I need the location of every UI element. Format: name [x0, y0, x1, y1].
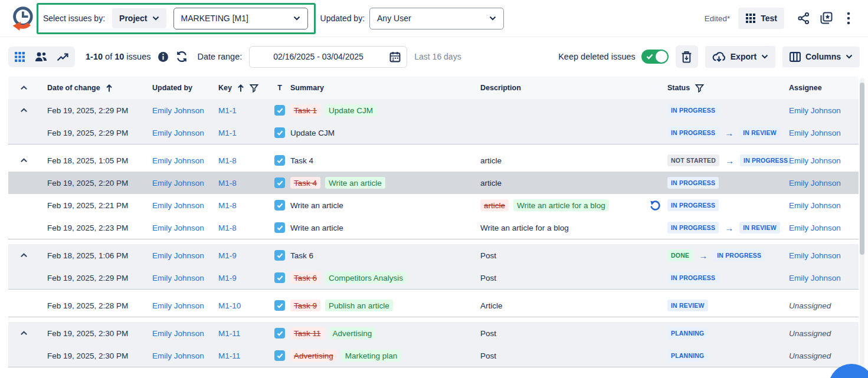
assignee-link[interactable]: Emily Johnson [789, 106, 841, 115]
issue-key-link[interactable]: M1-11 [218, 351, 240, 360]
table-row[interactable]: Feb 19, 2025, 2:29 PM Emily Johnson M1-1… [8, 99, 859, 121]
assignee-link[interactable]: Emily Johnson [789, 156, 841, 165]
issue-key-link[interactable]: M1-8 [218, 223, 237, 232]
scrollbar-thumb[interactable] [860, 83, 864, 255]
check-icon [646, 54, 653, 60]
collapse-all-icon[interactable] [20, 86, 28, 90]
date-range-hint: Last 16 days [414, 52, 461, 61]
table-row[interactable]: Feb 19, 2025, 2:23 PM Emily Johnson M1-8… [8, 216, 859, 239]
columns-button[interactable]: Columns [782, 47, 860, 67]
assignee-link[interactable]: Emily Johnson [789, 274, 841, 282]
table-row-selected[interactable]: Feb 19, 2025, 2:20 PM Emily Johnson M1-8… [8, 172, 859, 194]
task-type-icon [274, 272, 285, 283]
task-type-icon [274, 300, 285, 311]
assignee-link[interactable]: Emily Johnson [789, 129, 841, 137]
updated-by-link[interactable]: Emily Johnson [152, 179, 204, 188]
assignee-link[interactable]: Emily Johnson [789, 179, 841, 188]
saved-reports-button[interactable] [815, 7, 837, 29]
toggle-knob [656, 51, 667, 63]
task-type-icon [274, 127, 285, 138]
refresh-button[interactable] [176, 51, 188, 63]
issue-key-link[interactable]: M1-1 [218, 129, 237, 137]
issue-group-m1-9: Feb 18, 2025, 1:06 PM Emily Johnson M1-9… [8, 244, 859, 290]
assignee-link[interactable]: Emily Johnson [789, 201, 841, 210]
filter-funnel-icon[interactable] [695, 84, 704, 93]
issue-key-link[interactable]: M1-11 [218, 329, 240, 338]
row-expander-icon[interactable] [20, 158, 28, 163]
updated-by-select[interactable]: Any User [369, 8, 504, 29]
keep-deleted-toggle[interactable] [641, 50, 669, 64]
row-expander-icon[interactable] [20, 253, 28, 258]
old-value-chip: Advertising [290, 350, 337, 361]
share-button[interactable] [792, 7, 815, 29]
table-row[interactable]: Feb 19, 2025, 2:30 PM Emily Johnson M1-1… [8, 344, 859, 367]
header-date-of-change[interactable]: Date of change [39, 84, 152, 93]
new-value-chip: Update CJM [325, 104, 376, 116]
row-expander-icon[interactable] [20, 331, 28, 336]
top-bar: Select issues by: Project MARKETING [M1]… [0, 0, 868, 37]
updated-by-link[interactable]: Emily Johnson [152, 351, 204, 360]
table-row[interactable]: Feb 18, 2025, 1:06 PM Emily Johnson M1-9… [8, 244, 859, 267]
assignee-unassigned: Unassigned [789, 351, 831, 360]
row-expander-icon[interactable] [20, 108, 28, 113]
table-view-button[interactable] [14, 51, 25, 63]
chart-view-button[interactable] [57, 52, 69, 62]
report-name-button[interactable]: Test [738, 8, 784, 29]
updated-by-link[interactable]: Emily Johnson [152, 106, 204, 115]
new-value-chip: Publish an article [325, 300, 393, 311]
issue-key-link[interactable]: M1-1 [218, 106, 237, 115]
updated-by-link[interactable]: Emily Johnson [152, 201, 204, 210]
header-key[interactable]: Key [218, 84, 269, 93]
chevron-down-icon [489, 16, 496, 21]
updated-by-link[interactable]: Emily Johnson [152, 251, 204, 260]
issue-key-link[interactable]: M1-9 [218, 251, 237, 260]
header-status[interactable]: Status [667, 84, 789, 93]
task-type-icon [274, 155, 285, 166]
chevron-down-icon [761, 54, 768, 59]
sort-up-icon[interactable] [106, 84, 113, 93]
updated-by-link[interactable]: Emily Johnson [152, 329, 204, 338]
old-value-chip: Task 9 [290, 300, 320, 311]
changelog-table: Date of change Updated by Key T Summary … [8, 77, 859, 367]
table-row[interactable]: Feb 19, 2025, 2:21 PM Emily Johnson M1-8… [8, 194, 859, 216]
issue-group-m1-8: Feb 18, 2025, 1:05 PM Emily Johnson M1-8… [8, 149, 859, 239]
issue-key-link[interactable]: M1-8 [218, 156, 237, 165]
filter-funnel-icon[interactable] [250, 84, 258, 93]
keep-deleted-label: Keep deleted issues [558, 52, 636, 61]
assignee-link[interactable]: Emily Johnson [789, 223, 841, 232]
updated-by-link[interactable]: Emily Johnson [152, 223, 204, 232]
table-row[interactable]: Feb 19, 2025, 2:28 PM Emily Johnson M1-1… [8, 294, 859, 317]
assignee-link[interactable]: Emily Johnson [789, 251, 841, 260]
table-row[interactable]: Feb 19, 2025, 2:30 PM Emily Johnson M1-1… [8, 322, 859, 344]
issue-key-link[interactable]: M1-10 [218, 301, 241, 310]
updated-by-link[interactable]: Emily Johnson [152, 274, 204, 282]
project-select[interactable]: MARKETING [M1] [173, 8, 308, 29]
table-row[interactable]: Feb 19, 2025, 2:29 PM Emily Johnson M1-1… [8, 121, 859, 144]
trash-button[interactable] [676, 45, 698, 68]
updated-by-link[interactable]: Emily Johnson [152, 156, 204, 165]
export-button[interactable]: Export [705, 46, 775, 68]
table-row[interactable]: Feb 19, 2025, 2:29 PM Emily Johnson M1-9… [8, 267, 859, 289]
issue-key-link[interactable]: M1-8 [218, 179, 237, 188]
table-row[interactable]: Feb 18, 2025, 1:05 PM Emily Johnson M1-8… [8, 149, 859, 172]
updated-by-link[interactable]: Emily Johnson [152, 301, 204, 310]
summary-text: Task 6 [290, 251, 313, 260]
updated-by-link[interactable]: Emily Johnson [152, 129, 204, 137]
sort-up-icon[interactable] [237, 84, 244, 93]
issue-key-link[interactable]: M1-8 [218, 201, 237, 210]
export-label: Export [731, 52, 756, 61]
task-type-icon [274, 350, 285, 361]
date-range-input[interactable]: 02/16/2025 - 03/04/2025 [249, 46, 407, 68]
revert-change-icon[interactable] [649, 199, 661, 212]
description-text: Post [480, 251, 496, 260]
kebab-menu-button[interactable] [837, 7, 860, 29]
select-mode-dropdown[interactable]: Project [112, 8, 166, 28]
issue-key-link[interactable]: M1-9 [218, 274, 237, 282]
people-view-button[interactable] [35, 51, 47, 63]
count-total: 10 [114, 52, 124, 61]
count-of: of [105, 52, 112, 61]
info-button[interactable] [158, 51, 169, 63]
old-value-chip: Task 4 [290, 177, 320, 189]
issue-group-m1-1: Feb 19, 2025, 2:29 PM Emily Johnson M1-1… [8, 99, 859, 144]
new-value-chip: Write an article [325, 177, 385, 189]
